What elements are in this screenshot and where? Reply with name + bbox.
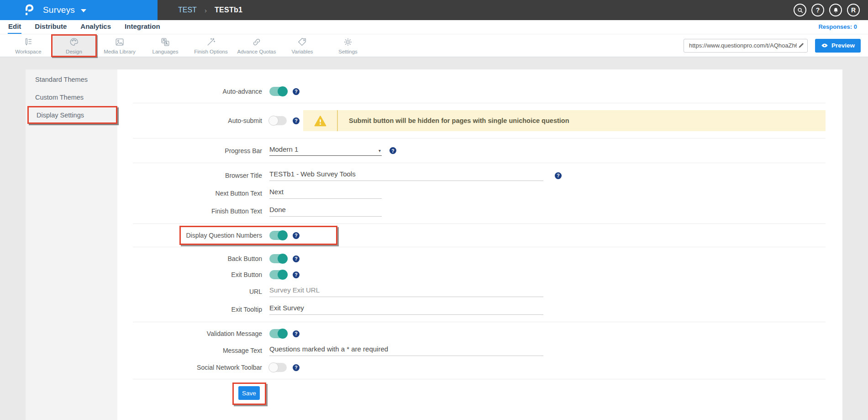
display-question-numbers-toggle[interactable] <box>269 231 287 240</box>
message-text-label: Message Text <box>117 347 269 354</box>
avatar-initial: R <box>851 6 856 14</box>
browser-title-row: Browser Title? <box>117 170 842 181</box>
toolbar-item-label: Advance Quotas <box>237 49 276 54</box>
validation-message-row: Validation Message? <box>117 329 842 338</box>
url-input[interactable] <box>269 286 543 297</box>
finish-options-icon <box>206 37 216 48</box>
edit-url-button[interactable] <box>798 42 805 49</box>
toolbar-item-label: Languages <box>153 49 179 54</box>
toolbar-item-label: Finish Options <box>194 49 228 54</box>
progress-bar-label: Progress Bar <box>117 147 269 154</box>
help-icon[interactable]: ? <box>293 330 300 337</box>
browser-title-input[interactable] <box>269 170 543 181</box>
toolbar-item-label: Settings <box>338 49 358 54</box>
toolbar-item-workspace[interactable]: Workspace <box>5 35 51 56</box>
validation-message-toggle[interactable] <box>269 329 287 338</box>
toolbar-item-label: Workspace <box>15 49 41 54</box>
toggle-knob <box>278 86 288 96</box>
question-icon: ? <box>816 6 820 14</box>
toolbar-item-advance-quotas[interactable]: Advance Quotas <box>234 35 279 56</box>
preview-button[interactable]: Preview <box>815 39 861 53</box>
media-library-icon <box>115 37 125 48</box>
message-text-input[interactable] <box>269 345 543 356</box>
help-icon[interactable]: ? <box>293 271 300 278</box>
display-question-numbers-row: Display Question Numbers? <box>117 231 842 240</box>
workspace-icon <box>23 37 33 48</box>
search-button[interactable] <box>794 4 806 16</box>
finish-button-text-input[interactable] <box>269 206 382 217</box>
design-icon <box>69 37 79 48</box>
toolbar-item-settings[interactable]: Settings <box>325 35 371 56</box>
toolbar-item-media-library[interactable]: Media Library <box>97 35 142 56</box>
next-button-text-input[interactable] <box>269 188 382 199</box>
help-button[interactable]: ? <box>811 4 824 16</box>
section-tabs: EditDistributeAnalyticsIntegrationRespon… <box>0 20 868 34</box>
toolbar-right: Preview <box>684 39 861 53</box>
exit-tooltip-input[interactable] <box>269 304 543 315</box>
section-divider <box>133 103 826 103</box>
auto-submit-toggle[interactable] <box>269 116 287 125</box>
finish-button-text-row: Finish Button Text <box>117 206 842 217</box>
help-icon[interactable]: ? <box>293 117 300 124</box>
tab-edit[interactable]: Edit <box>8 21 21 34</box>
sidebar-item-standard-themes[interactable]: Standard Themes <box>26 70 117 88</box>
avatar[interactable]: R <box>847 4 860 16</box>
sidebar-item-custom-themes[interactable]: Custom Themes <box>26 88 117 106</box>
url-label: URL <box>117 288 269 295</box>
settings-icon <box>343 37 353 48</box>
toggle-knob <box>278 254 288 264</box>
social-network-toolbar-row: Social Network Toolbar? <box>117 363 842 372</box>
help-icon[interactable]: ? <box>293 364 300 371</box>
auto-advance-toggle[interactable] <box>269 87 287 96</box>
toolbar-item-design[interactable]: Design <box>51 34 97 57</box>
bell-icon <box>832 7 839 14</box>
toolbar-item-label: Media Library <box>104 49 136 54</box>
toggle-knob <box>278 270 288 280</box>
survey-toolbar: WorkspaceDesignMedia LibraryLanguagesFin… <box>0 34 868 57</box>
tab-analytics[interactable]: Analytics <box>80 21 111 34</box>
save-row: Save <box>117 386 842 400</box>
auto-submit-row: Auto-submit?Submit button will be hidden… <box>117 110 842 131</box>
breadcrumb: TEST › TESTb1 <box>178 6 242 14</box>
auto-submit-warning: Submit button will be hidden for pages w… <box>303 110 826 131</box>
section-divider <box>133 379 826 379</box>
progress-bar-value: Modern 1 <box>269 145 298 153</box>
chevron-down-icon <box>81 9 86 12</box>
help-icon[interactable]: ? <box>389 147 396 154</box>
toolbar-item-languages[interactable]: Languages <box>142 35 188 56</box>
breadcrumb-parent[interactable]: TEST <box>178 6 197 14</box>
auto-submit-label: Auto-submit <box>117 117 269 124</box>
help-icon[interactable]: ? <box>293 255 300 262</box>
top-header: Surveys TEST › TESTb1 ? R <box>0 0 868 20</box>
back-button-toggle[interactable] <box>269 254 287 263</box>
message-text-row: Message Text <box>117 345 842 356</box>
display-settings-panel: Standard ThemesCustom ThemesDisplay Sett… <box>26 69 842 420</box>
toolbar-item-finish-options[interactable]: Finish Options <box>188 35 234 56</box>
tab-integration[interactable]: Integration <box>124 21 161 34</box>
toggle-knob <box>268 116 279 126</box>
sidebar-item-display-settings[interactable]: Display Settings <box>27 106 117 124</box>
tab-distribute[interactable]: Distribute <box>34 21 67 34</box>
section-divider <box>133 138 826 138</box>
section-divider <box>133 223 826 224</box>
help-icon[interactable]: ? <box>555 172 562 179</box>
progress-bar-row: Progress BarModern 1▾? <box>117 145 842 156</box>
languages-icon <box>160 37 170 48</box>
toolbar-item-variables[interactable]: Variables <box>279 35 325 56</box>
warning-text: Submit button will be hidden for pages w… <box>338 117 569 124</box>
product-name: Surveys <box>43 5 75 15</box>
social-network-toolbar-toggle[interactable] <box>269 363 287 372</box>
toggle-knob <box>278 329 288 339</box>
help-icon[interactable]: ? <box>293 232 300 239</box>
notifications-button[interactable] <box>829 4 842 16</box>
save-button[interactable]: Save <box>238 386 260 400</box>
progress-bar-select[interactable]: Modern 1▾ <box>269 145 382 156</box>
survey-url-input[interactable] <box>688 42 798 49</box>
back-button-label: Back Button <box>117 255 269 262</box>
help-icon[interactable]: ? <box>293 88 300 95</box>
section-divider <box>133 247 826 247</box>
surveys-menu[interactable]: Surveys <box>0 0 158 20</box>
exit-button-toggle[interactable] <box>269 270 287 279</box>
header-actions: ? R <box>794 4 860 16</box>
breadcrumb-separator-icon: › <box>205 6 207 14</box>
